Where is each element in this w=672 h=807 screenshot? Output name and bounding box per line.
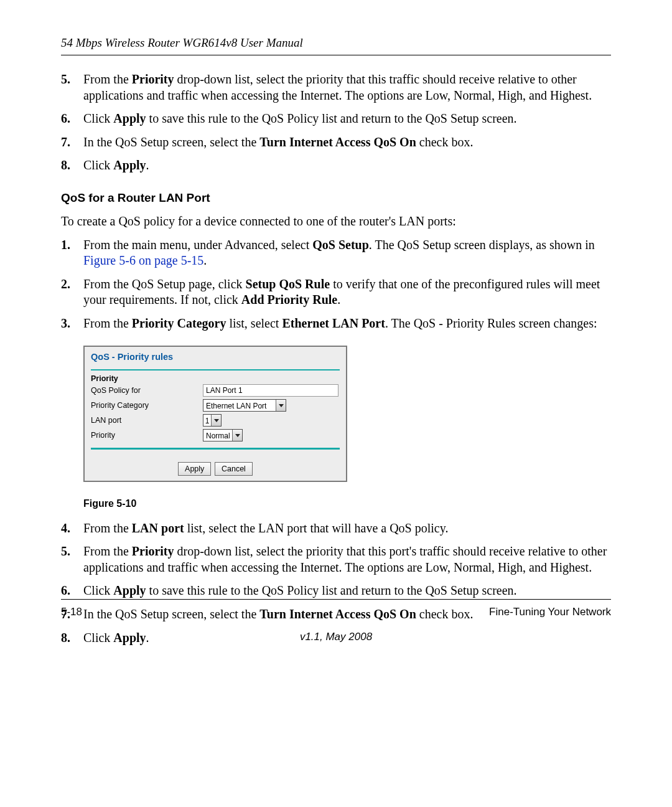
page: 54 Mbps Wireless Router WGR614v8 User Ma… <box>0 0 672 678</box>
chevron-down-icon <box>279 404 284 407</box>
chevron-down-icon <box>214 419 219 422</box>
panel-subtitle: Priority <box>91 374 340 383</box>
label-lan-port: LAN port <box>91 416 203 425</box>
list-item: 8. Click Apply. <box>61 158 611 174</box>
list-item: 6. Click Apply to save this rule to the … <box>61 583 611 599</box>
list-body: In the QoS Setup screen, select the Turn… <box>83 134 611 151</box>
select-value: 1 <box>203 415 211 426</box>
label-priority: Priority <box>91 431 203 440</box>
qos-policy-name-input[interactable] <box>203 384 338 397</box>
text: From the <box>83 72 132 86</box>
text: list, select the LAN port that will have… <box>184 521 449 535</box>
list-number: 6. <box>61 111 83 127</box>
figure-cross-ref-link[interactable]: Figure 5-6 on page 5-15 <box>83 253 203 267</box>
priority-select[interactable]: Normal <box>203 429 243 441</box>
page-number: 5-18 <box>61 606 82 618</box>
bold-text: LAN port <box>132 521 184 535</box>
panel-title: QoS - Priority rules <box>85 347 346 363</box>
list-number: 1. <box>61 237 83 269</box>
select-value: Normal <box>203 430 232 441</box>
text: list, select <box>226 316 282 330</box>
text: . <box>203 253 207 267</box>
list-item: 2. From the QoS Setup page, click Setup … <box>61 276 611 308</box>
list-item: 1. From the main menu, under Advanced, s… <box>61 237 611 269</box>
text: . <box>337 293 340 306</box>
text: Click <box>83 158 113 172</box>
dropdown-button[interactable] <box>276 400 286 411</box>
bold-text: QoS Setup <box>312 238 369 252</box>
version-line: v1.1, May 2008 <box>61 631 611 643</box>
list-number: 6. <box>61 583 83 599</box>
label-qos-policy-for: QoS Policy for <box>91 386 203 395</box>
bold-text: Priority <box>132 72 174 86</box>
text: Click <box>83 583 113 597</box>
dropdown-button[interactable] <box>232 430 242 441</box>
bold-text: Apply <box>113 158 146 172</box>
list-body: Click Apply. <box>83 158 611 174</box>
text: . The QoS - Priority Rules screen change… <box>385 316 597 330</box>
list-item: 7. In the QoS Setup screen, select the T… <box>61 134 611 151</box>
continued-list: 5. From the Priority drop-down list, sel… <box>61 72 611 174</box>
text: check box. <box>416 135 474 149</box>
list-item: 5. From the Priority drop-down list, sel… <box>61 72 611 103</box>
text: . <box>146 158 149 172</box>
text: . The QoS Setup screen displays, as show… <box>369 238 595 252</box>
bold-text: Ethernet LAN Port <box>282 316 385 330</box>
text: From the main menu, under Advanced, sele… <box>83 238 312 252</box>
list-number: 5. <box>61 72 83 103</box>
text: to save this rule to the QoS Policy list… <box>146 583 517 597</box>
page-footer: 5-18 Fine-Tuning Your Network v1.1, May … <box>61 599 611 643</box>
list-body: From the QoS Setup page, click Setup QoS… <box>83 276 611 308</box>
list-number: 4. <box>61 521 83 537</box>
list-number: 5. <box>61 544 83 575</box>
divider <box>91 448 340 450</box>
text: From the <box>83 316 132 330</box>
figure-caption: Figure 5-10 <box>83 498 611 509</box>
row-lan-port: LAN port 1 <box>91 413 340 428</box>
text: Click <box>83 111 113 125</box>
divider <box>91 369 340 371</box>
list-number: 2. <box>61 276 83 308</box>
lan-port-select[interactable]: 1 <box>203 414 222 427</box>
list-body: Click Apply to save this rule to the QoS… <box>83 583 611 599</box>
chevron-down-icon <box>235 434 240 437</box>
bold-text: Apply <box>113 111 146 125</box>
text: From the <box>83 544 132 558</box>
list-item: 5. From the Priority drop-down list, sel… <box>61 544 611 575</box>
priority-category-select[interactable]: Ethernet LAN Port <box>203 399 286 412</box>
qos-priority-rules-panel: QoS - Priority rules Priority QoS Policy… <box>83 346 347 482</box>
footer-rule <box>61 599 611 600</box>
text: In the QoS Setup screen, select the <box>83 135 259 149</box>
list-number: 8. <box>61 158 83 174</box>
bold-text: Apply <box>113 583 146 597</box>
header-rule <box>61 55 611 55</box>
row-priority-category: Priority Category Ethernet LAN Port <box>91 398 340 413</box>
bold-text: Priority Category <box>132 316 226 330</box>
text: From the <box>83 521 132 535</box>
label-priority-category: Priority Category <box>91 401 203 410</box>
figure-5-10: QoS - Priority rules Priority QoS Policy… <box>83 346 611 482</box>
panel-button-row: Apply Cancel <box>85 460 346 481</box>
list-number: 7. <box>61 134 83 151</box>
text: to save this rule to the QoS Policy list… <box>146 111 517 125</box>
text: From the QoS Setup page, click <box>83 277 246 291</box>
list-number: 3. <box>61 316 83 332</box>
list-body: From the Priority drop-down list, select… <box>83 544 611 575</box>
bold-text: Add Priority Rule <box>241 293 337 306</box>
section-heading-qos-lan-port: QoS for a Router LAN Port <box>61 191 611 205</box>
bold-text: Turn Internet Access QoS On <box>259 135 416 149</box>
row-priority: Priority Normal <box>91 428 340 443</box>
list-item: 6. Click Apply to save this rule to the … <box>61 111 611 127</box>
section-intro: To create a QoS policy for a device conn… <box>61 214 611 230</box>
select-value: Ethernet LAN Port <box>203 400 276 411</box>
cancel-button[interactable]: Cancel <box>215 462 253 476</box>
list-body: From the Priority Category list, select … <box>83 316 611 332</box>
bold-text: Priority <box>132 544 174 558</box>
footer-row: 5-18 Fine-Tuning Your Network <box>61 606 611 618</box>
apply-button[interactable]: Apply <box>178 462 211 476</box>
list-body: From the LAN port list, select the LAN p… <box>83 521 611 537</box>
bold-text: Setup QoS Rule <box>246 277 330 291</box>
panel-body: Priority QoS Policy for Priority Categor… <box>85 369 346 460</box>
list-body: From the main menu, under Advanced, sele… <box>83 237 611 269</box>
dropdown-button[interactable] <box>211 415 221 426</box>
